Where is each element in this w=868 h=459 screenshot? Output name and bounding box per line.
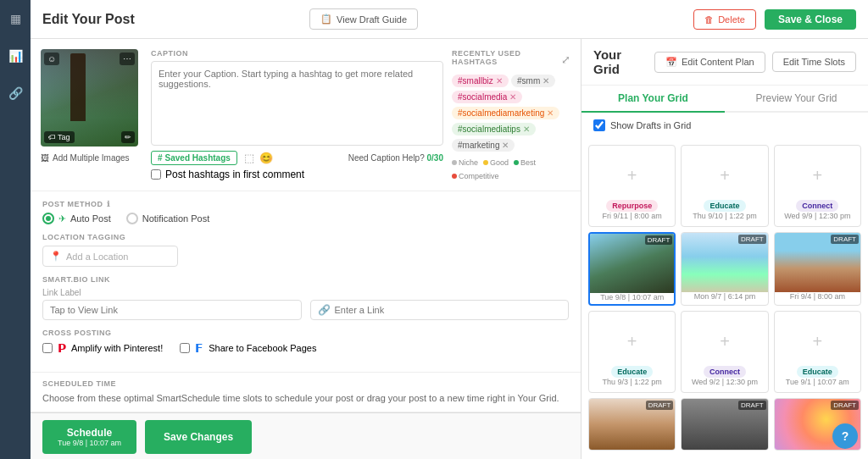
draft-label-4: DRAFT [646, 401, 674, 410]
grid-cell-draft-4[interactable]: DRAFT [588, 398, 676, 451]
cell-time-7: Thu 9/3 | 1:22 pm [593, 378, 671, 389]
plus-icon-3[interactable]: + [778, 152, 857, 199]
hashtags-expand-button[interactable]: ⤢ [561, 53, 570, 66]
cross-posting-label: CROSS POSTING [42, 329, 569, 337]
post-method-info-icon[interactable]: ℹ [107, 200, 110, 208]
cell-time-2: Thu 9/10 | 1:22 pm [685, 212, 764, 223]
hashtag-icon: # [158, 153, 163, 163]
link-label-input[interactable] [42, 300, 302, 320]
facebook-icon: 𝗙 [195, 341, 203, 355]
top-section: ⋯ ☺ 🏷 Tag ✏ 🖼 Add Multiple Images [31, 39, 581, 191]
pinterest-option[interactable]: 𝗣 Amplify with Pinterest! [42, 341, 163, 355]
caption-copy-icon[interactable]: ⬚ [244, 152, 254, 164]
cell-time-5: Mon 9/7 | 6:14 pm [682, 292, 767, 303]
educate-badge-2: Educate [611, 366, 653, 378]
plus-icon-4[interactable]: + [593, 318, 671, 365]
grid-cell-draft-3[interactable]: DRAFT Fri 9/4 | 8:00 am [774, 232, 861, 306]
sidebar-chart-icon[interactable]: 📊 [3, 44, 27, 68]
location-input[interactable]: 📍 Add a Location [42, 246, 178, 267]
grid-cell-educate-3: + Educate Tue 9/1 | 10:07 am [774, 311, 861, 393]
footer: Schedule Tue 9/8 | 10:07 am Save Changes [31, 412, 581, 459]
auto-post-option[interactable]: ✈ Auto Post [42, 213, 111, 224]
smartbio-row: SMART.BIO LINK Link Label 🔗 [42, 275, 569, 320]
plus-icon-5[interactable]: + [685, 318, 764, 365]
educate-badge-1: Educate [704, 200, 745, 212]
save-changes-button[interactable]: Save Changes [145, 420, 252, 454]
remove-smm-icon[interactable]: ✕ [542, 76, 549, 86]
hashtag-tag-smallbiz: #smallbiz ✕ #smm ✕ [452, 75, 570, 91]
post-method-row: POST METHOD ℹ ✈ Auto Post Notification P… [42, 200, 569, 224]
draft-guide-icon: 📋 [320, 14, 332, 25]
show-drafts-row: Show Drafts in Grid [581, 113, 868, 138]
plus-icon-2[interactable]: + [685, 152, 764, 199]
images-icon: 🖼 [41, 153, 49, 163]
save-close-button[interactable]: Save & Close [765, 9, 856, 30]
remove-smm-icon[interactable]: ✕ [547, 108, 554, 118]
draft-label-6: DRAFT [831, 401, 859, 410]
link-label-text: Link Label [42, 288, 569, 297]
grid-cell-educate-2: + Educate Thu 9/3 | 1:22 pm [588, 311, 676, 393]
smartbio-inputs: 🔗 [42, 300, 569, 320]
add-multiple-images-button[interactable]: 🖼 Add Multiple Images [41, 153, 142, 163]
cell-time-6: Fri 9/4 | 8:00 am [775, 292, 860, 303]
sidebar-link-icon[interactable]: 🔗 [3, 81, 27, 105]
emoji-button[interactable]: ☺ [44, 53, 59, 65]
show-drafts-label: Show Drafts in Grid [610, 120, 691, 130]
pinterest-checkbox[interactable] [42, 343, 53, 353]
tab-plan-grid[interactable]: Plan Your Grid [581, 86, 725, 113]
facebook-checkbox[interactable] [180, 343, 190, 353]
saved-hashtags-button[interactable]: # Saved Hashtags [151, 151, 237, 165]
schedule-button[interactable]: Schedule Tue 9/8 | 10:07 am [42, 420, 136, 454]
calendar-icon: 📅 [665, 57, 677, 68]
delete-button[interactable]: 🗑 Delete [693, 9, 756, 30]
grid-panel: Your Grid 📅 Edit Content Plan Edit Time … [581, 39, 868, 459]
link-url-input[interactable] [335, 305, 562, 315]
draft-label-2: DRAFT [738, 235, 766, 244]
caption-input[interactable] [151, 61, 443, 146]
facebook-option[interactable]: 𝗙 Share to Facebook Pages [180, 341, 316, 355]
tag-button[interactable]: 🏷 Tag [44, 131, 75, 143]
main-content: Edit Your Post 📋 View Draft Guide 🗑 Dele… [31, 0, 868, 459]
recently-used-label: RECENTLY USED HASHTAGS [452, 49, 561, 66]
connect-badge-1: Connect [796, 200, 838, 212]
auto-post-radio[interactable] [42, 213, 54, 224]
tab-preview-grid[interactable]: Preview Your Grid [725, 86, 868, 113]
remove-socialmedia-icon[interactable]: ✕ [509, 92, 516, 102]
hashtag-tag-socialmediamarketing: #socialmediamarketing ✕ [452, 107, 570, 123]
image-area: ⋯ ☺ 🏷 Tag ✏ 🖼 Add Multiple Images [41, 49, 142, 180]
grid-content: + Repurpose Fri 9/11 | 8:00 am + Educate… [581, 138, 868, 459]
plus-icon-1[interactable]: + [593, 152, 671, 199]
remove-smallbiz-icon[interactable]: ✕ [496, 76, 503, 86]
hashtags-panel: RECENTLY USED HASHTAGS ⤢ #smallbiz ✕ #sm… [452, 49, 570, 180]
grid-cell-draft-2[interactable]: DRAFT Mon 9/7 | 6:14 pm [681, 232, 768, 306]
location-label: LOCATION TAGGING [42, 233, 569, 241]
grid-cell-draft-1[interactable]: DRAFT Tue 9/8 | 10:07 am [588, 232, 676, 306]
notification-post-option[interactable]: Notification Post [126, 213, 209, 224]
caption-footer: # Saved Hashtags ⬚ 😊 Need Caption Help? … [151, 151, 443, 165]
post-hashtag-checkbox[interactable] [151, 169, 161, 180]
notification-post-radio[interactable] [126, 213, 138, 224]
smartbio-label: SMART.BIO LINK [42, 275, 569, 284]
tag-icon: 🏷 [48, 133, 56, 141]
hashtag-tag-marketing: #marketing ✕ [452, 139, 570, 155]
edit-time-slots-button[interactable]: Edit Time Slots [772, 52, 856, 72]
show-drafts-checkbox[interactable] [593, 119, 605, 131]
caption-emoji-icon[interactable]: 😊 [259, 152, 273, 164]
edit-content-plan-button[interactable]: 📅 Edit Content Plan [654, 52, 765, 73]
hashtag-tag-socialmediatips: #socialmediatips ✕ [452, 123, 570, 139]
remove-tips-icon[interactable]: ✕ [523, 124, 530, 134]
link-icon: 🔗 [318, 304, 331, 316]
location-row: LOCATION TAGGING 📍 Add a Location [42, 233, 569, 267]
grid-header: Your Grid 📅 Edit Content Plan Edit Time … [581, 39, 868, 86]
help-button[interactable]: ? [832, 423, 858, 449]
grid-cell-draft-5[interactable]: DRAFT [681, 398, 768, 451]
connect-badge-2: Connect [704, 366, 746, 378]
radio-group: ✈ Auto Post Notification Post [42, 213, 569, 224]
repurpose-badge: Repurpose [606, 200, 658, 212]
more-options-button[interactable]: ⋯ [120, 53, 135, 65]
remove-marketing-icon[interactable]: ✕ [502, 141, 509, 150]
edit-image-button[interactable]: ✏ [121, 131, 135, 143]
plus-icon-6[interactable]: + [778, 318, 857, 365]
view-draft-guide-button[interactable]: 📋 View Draft Guide [309, 8, 418, 30]
sidebar-grid-icon[interactable]: ▦ [3, 7, 27, 30]
